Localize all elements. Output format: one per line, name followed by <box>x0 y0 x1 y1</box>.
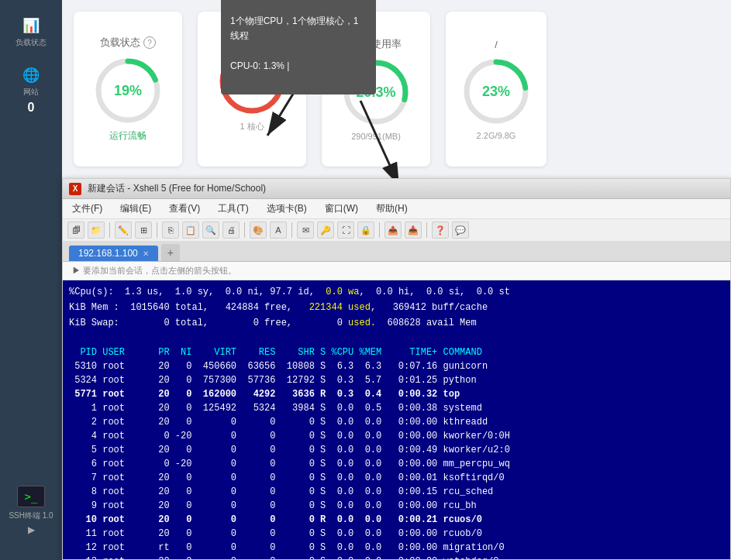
toolbar-search[interactable]: 🔍 <box>202 222 219 239</box>
disk-gauge-card: / 23% 2.2G/9.8G <box>446 12 547 167</box>
sidebar-load-label: 负载状态 <box>16 37 47 48</box>
proc-row-13: 13 root 20 0 0 0 0 S 0.0 0.0 0:00.00 wat… <box>69 555 724 559</box>
toolbar-send[interactable]: 📤 <box>384 222 402 239</box>
xshell-hint: ▶ 要添加当前会话，点击左侧的箭头按钮。 <box>63 262 730 280</box>
session-tab[interactable]: 192.168.1.100 ✕ <box>69 246 158 261</box>
proc-row-1: 1 root 20 0 125492 5324 3984 S 0.0 0.5 0… <box>69 401 724 415</box>
sidebar-item-ssh[interactable]: >_ SSH终端 1.0 ▶ <box>0 476 62 545</box>
load-info-icon[interactable]: ? <box>143 36 156 49</box>
load-status: 运行流畅 <box>109 129 147 143</box>
toolbar-copy[interactable]: ⎘ <box>162 222 179 239</box>
proc-row-7: 7 root 20 0 0 0 0 S 0.0 0.0 0:00.01 ksof… <box>69 471 724 485</box>
mem-stat-line: KiB Mem : 1015640 total, 424884 free, 22… <box>69 301 724 314</box>
menu-view[interactable]: 查看(V) <box>166 201 203 217</box>
toolbar-recv[interactable]: 📥 <box>405 222 422 239</box>
disk-gauge-value: 23% <box>482 83 510 99</box>
website-icon: 🌐 <box>22 67 40 84</box>
toolbar-sep3 <box>244 222 245 238</box>
disk-gauge-label: / <box>495 39 498 50</box>
toolbar-font[interactable]: A <box>270 222 287 239</box>
toolbar-sep2 <box>157 222 157 238</box>
tooltip-line4: CPU-0: 1.3% | <box>230 59 367 74</box>
proc-row-5771: 5771 root 20 0 162000 4292 3636 R 0.3 0.… <box>69 387 724 401</box>
toolbar-lock[interactable]: 🔒 <box>357 222 374 239</box>
toolbar-sep1 <box>109 222 110 238</box>
menu-file[interactable]: 文件(F) <box>69 201 105 217</box>
toolbar-key[interactable]: 🔑 <box>317 222 334 239</box>
proc-row-2: 2 root 20 0 0 0 0 S 0.0 0.0 0:00.00 kthr… <box>69 415 724 429</box>
toolbar-help[interactable]: ❓ <box>432 222 449 239</box>
cpu-stat-line: %Cpu(s): 1.3 us, 1.0 sy, 0.0 ni, 97.7 id… <box>69 285 724 299</box>
toolbar-sep5 <box>379 222 380 238</box>
menu-tools[interactable]: 工具(T) <box>215 201 251 217</box>
tooltip-line3: 1个物理CPU，1个物理核心，1线程 <box>230 14 367 43</box>
terminal-icon: >_ <box>17 486 45 507</box>
hint-arrow: ▶ <box>72 266 81 275</box>
xshell-terminal[interactable]: %Cpu(s): 1.3 us, 1.0 sy, 0.0 ni, 97.7 id… <box>63 280 730 559</box>
ssh-arrow: ▶ <box>28 524 35 535</box>
sidebar-item-website[interactable]: 🌐 网站 0 <box>0 57 62 124</box>
menu-window[interactable]: 窗口(W) <box>322 201 361 217</box>
proc-row-9: 9 root 20 0 0 0 0 S 0.0 0.0 0:00.00 rcu_… <box>69 499 724 513</box>
xshell-toolbar: 🗐 📁 ✏️ ⊞ ⎘ 📋 🔍 🖨 🎨 A ✉ 🔑 ⛶ 🔒 📤 📥 ❓ 💬 <box>63 219 730 242</box>
tab-label: 192.168.1.100 <box>78 248 138 259</box>
hint-text: 要添加当前会话，点击左侧的箭头按钮。 <box>83 266 236 275</box>
sidebar-item-load[interactable]: 📊 负载状态 <box>0 8 62 57</box>
load-icon: 📊 <box>22 17 40 34</box>
website-count: 0 <box>28 101 35 115</box>
xshell-title: 新建会话 - Xshell 5 (Free for Home/School) <box>88 182 266 195</box>
menu-tabs[interactable]: 选项卡(B) <box>264 201 310 217</box>
toolbar-color[interactable]: 🎨 <box>250 222 267 239</box>
toolbar-print[interactable]: 🖨 <box>222 222 240 239</box>
new-tab-button[interactable]: + <box>161 244 180 261</box>
toolbar-open[interactable]: 📁 <box>88 222 105 239</box>
tab-close[interactable]: ✕ <box>143 249 149 258</box>
cpu-tooltip: Intel(R) Xeon(R) CPU E5-2697 v2 @ 2.70GH… <box>221 0 376 94</box>
swap-stat-line: KiB Swap: 0 total, 0 free, 0 used. 60862… <box>69 316 724 330</box>
proc-row-5310: 5310 root 20 0 450660 63656 10808 S 6.3 … <box>69 359 724 373</box>
xshell-menubar[interactable]: 文件(F) 编辑(E) 查看(V) 工具(T) 选项卡(B) 窗口(W) 帮助(… <box>63 199 730 219</box>
toolbar-pencil[interactable]: ✏️ <box>115 222 132 239</box>
proc-row-8: 8 root 20 0 0 0 0 S 0.0 0.0 0:00.15 rcu_… <box>69 485 724 499</box>
toolbar-fullscreen[interactable]: ⛶ <box>337 222 354 239</box>
menu-edit[interactable]: 编辑(E) <box>117 201 154 217</box>
xshell-app-icon: X <box>69 183 81 195</box>
load-gauge-label: 负载状态 ? <box>100 36 156 50</box>
toolbar-sep4 <box>291 222 292 238</box>
disk-gauge-circle: 23% <box>461 57 531 126</box>
proc-row-10: 10 root 20 0 0 0 0 R 0.0 0.0 0:00.21 rcu… <box>69 513 724 527</box>
term-empty1 <box>69 332 724 345</box>
cpu-core-label: 1 核心 <box>240 121 264 132</box>
proc-row-5: 5 root 20 0 0 0 0 S 0.0 0.0 0:00.49 kwor… <box>69 443 724 457</box>
load-gauge-value: 19% <box>114 83 142 99</box>
disk-sublabel: 2.2G/9.8G <box>477 131 516 140</box>
cpu-gauge-card: 100% 1 核心 Intel(R) Xeon(R) CPU E5-2697 v… <box>198 12 306 167</box>
proc-row-4: 4 root 0 -20 0 0 0 S 0.0 0.0 0:00.00 kwo… <box>69 429 724 443</box>
toolbar-chat[interactable]: 💬 <box>452 222 469 239</box>
proc-row-5324: 5324 root 20 0 757300 57736 12792 S 0.3 … <box>69 373 724 387</box>
proc-row-6: 6 root 0 -20 0 0 0 S 0.0 0.0 0:00.00 mm_… <box>69 457 724 471</box>
table-header-row: PID USER PR NI VIRT RES SHR S %CPU %MEM … <box>69 345 724 359</box>
load-gauge-card: 负载状态 ? 19% 运行流畅 <box>74 12 182 167</box>
dashboard-row: 负载状态 ? 19% 运行流畅 100% 1 核心 <box>62 0 731 178</box>
sidebar-website-label: 网站 <box>23 87 39 98</box>
toolbar-paste[interactable]: 📋 <box>182 222 199 239</box>
ssh-label: SSH终端 1.0 <box>9 510 53 521</box>
toolbar-new[interactable]: 🗐 <box>67 222 84 239</box>
menu-help[interactable]: 帮助(H) <box>373 201 411 217</box>
xshell-titlebar: X 新建会话 - Xshell 5 (Free for Home/School) <box>63 179 730 199</box>
toolbar-compose[interactable]: ✉ <box>297 222 314 239</box>
load-gauge-circle: 19% <box>93 56 163 125</box>
sidebar: 📊 负载状态 🌐 网站 0 >_ SSH终端 1.0 ▶ <box>0 0 62 560</box>
toolbar-sep6 <box>426 222 427 238</box>
main-content: 负载状态 ? 19% 运行流畅 100% 1 核心 <box>62 0 731 560</box>
toolbar-cursor[interactable]: ⊞ <box>135 222 152 239</box>
xshell-window: X 新建会话 - Xshell 5 (Free for Home/School)… <box>62 178 731 560</box>
proc-row-11: 11 root 20 0 0 0 0 S 0.0 0.0 0:00.00 rcu… <box>69 527 724 541</box>
mem-sublabel: 290/991(MB) <box>351 132 401 141</box>
proc-row-12: 12 root rt 0 0 0 0 S 0.0 0.0 0:00.00 mig… <box>69 541 724 555</box>
xshell-tabs: 192.168.1.100 ✕ + <box>63 242 730 262</box>
